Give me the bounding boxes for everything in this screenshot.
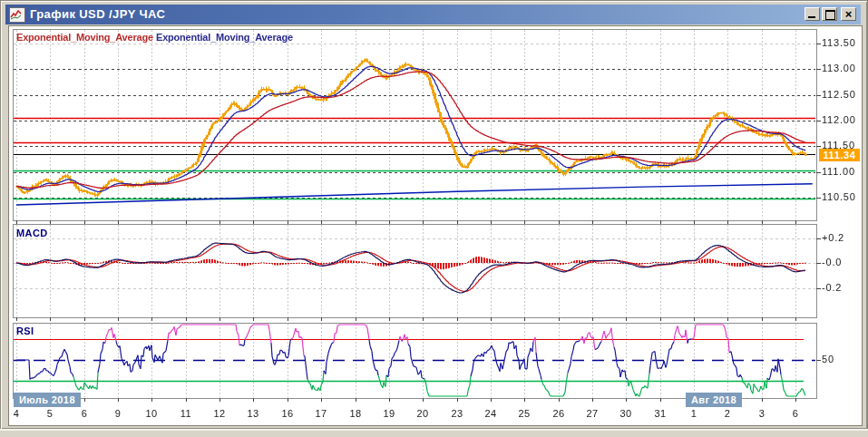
- price-chart-canvas[interactable]: [0, 0, 868, 437]
- application-stage: { "window": { "title": "График USD /JPY …: [0, 0, 868, 437]
- window-bottom-edge: [0, 429, 868, 437]
